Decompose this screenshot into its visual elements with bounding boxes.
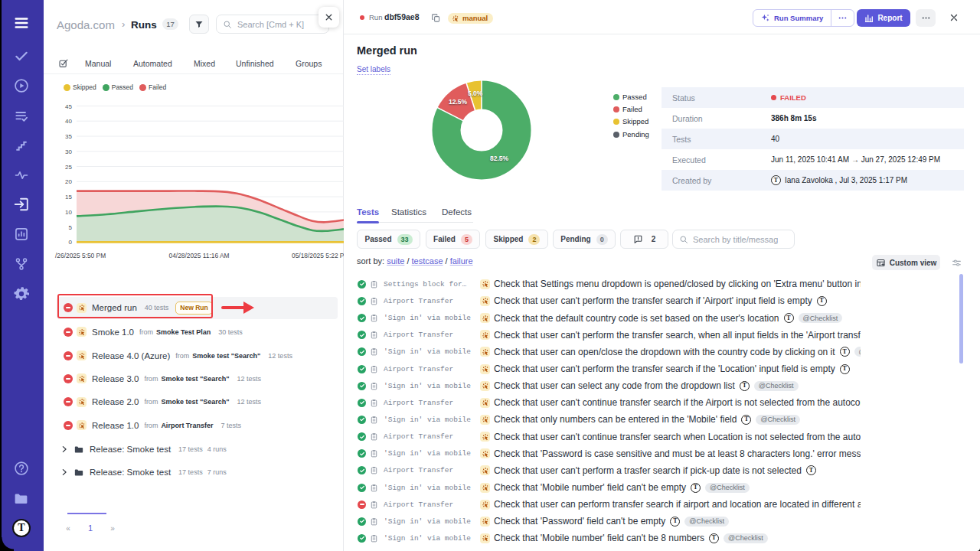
- svg-text:40: 40: [65, 118, 72, 125]
- svg-text:04/28/2025 11:16 AM: 04/28/2025 11:16 AM: [168, 252, 229, 259]
- svg-text:25: 25: [65, 164, 72, 171]
- svg-text:45: 45: [65, 103, 72, 110]
- svg-text:35: 35: [65, 133, 72, 140]
- svg-text:10: 10: [65, 209, 72, 216]
- svg-text:15: 15: [65, 194, 72, 201]
- svg-text:5: 5: [69, 224, 73, 231]
- svg-text:30: 30: [65, 148, 72, 155]
- svg-text:20: 20: [65, 178, 72, 185]
- svg-text:0: 0: [69, 239, 73, 246]
- svg-text:/26/2025 5:50 PM: /26/2025 5:50 PM: [55, 252, 106, 259]
- svg-text:05/18/2025 5:22 PM: 05/18/2025 5:22 PM: [292, 252, 344, 259]
